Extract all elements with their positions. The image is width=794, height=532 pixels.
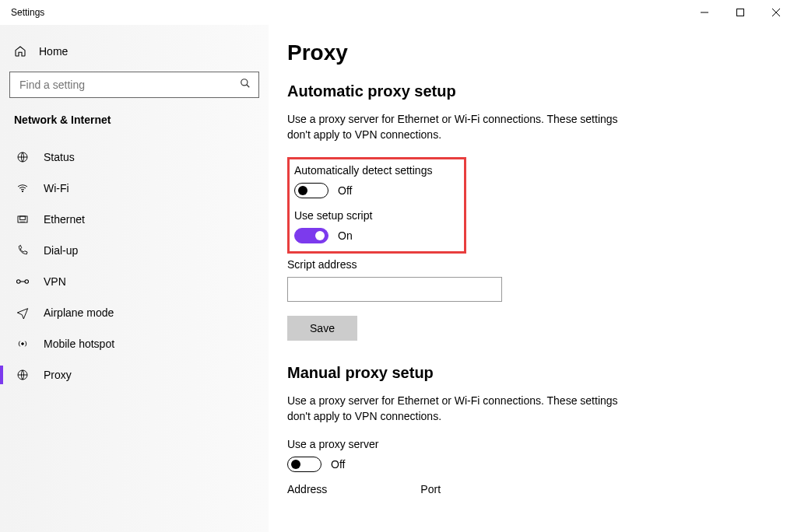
script-toggle[interactable]	[294, 228, 328, 243]
globe-icon	[16, 369, 30, 381]
sidebar-item-dialup[interactable]: Dial-up	[9, 235, 259, 266]
use-proxy-label: Use a proxy server	[287, 438, 794, 450]
auto-desc: Use a proxy server for Ethernet or Wi-Fi…	[287, 111, 622, 143]
sidebar: Home Network & Internet Status Wi-Fi Eth…	[0, 25, 269, 532]
search-icon	[240, 78, 251, 92]
manual-heading: Manual proxy setup	[287, 364, 794, 382]
script-label: Use setup script	[294, 209, 459, 222]
sidebar-item-wifi[interactable]: Wi-Fi	[9, 173, 259, 204]
search-box[interactable]	[9, 72, 259, 98]
sidebar-item-label: Status	[44, 151, 75, 163]
globe-icon	[16, 151, 30, 163]
use-proxy-toggle[interactable]	[287, 457, 321, 472]
svg-point-14	[25, 280, 29, 284]
sidebar-home[interactable]: Home	[9, 39, 259, 64]
wifi-icon	[16, 182, 30, 194]
sidebar-home-label: Home	[39, 45, 68, 58]
hotspot-icon	[16, 338, 30, 350]
sidebar-item-label: Mobile hotspot	[44, 338, 114, 350]
svg-point-7	[22, 191, 23, 191]
close-button[interactable]	[758, 0, 794, 25]
home-icon	[14, 45, 26, 58]
sidebar-item-label: Proxy	[44, 369, 72, 381]
sidebar-item-label: Ethernet	[44, 213, 85, 226]
script-address-label: Script address	[287, 258, 794, 271]
use-proxy-state: Off	[331, 458, 345, 471]
script-state: On	[338, 229, 353, 242]
sidebar-item-label: Wi-Fi	[44, 182, 69, 194]
svg-point-4	[241, 79, 248, 86]
svg-point-13	[17, 280, 21, 284]
script-address-input[interactable]	[287, 277, 502, 302]
sidebar-item-vpn[interactable]: VPN	[9, 266, 259, 297]
port-label: Port	[420, 483, 441, 495]
phone-icon	[16, 244, 30, 257]
detect-label: Automatically detect settings	[294, 164, 459, 177]
sidebar-item-status[interactable]: Status	[9, 142, 259, 173]
airplane-icon	[16, 306, 30, 319]
svg-line-5	[247, 85, 250, 88]
maximize-button[interactable]	[722, 0, 758, 25]
sidebar-section: Network & Internet	[9, 114, 259, 126]
svg-rect-1	[737, 9, 744, 16]
address-label: Address	[287, 483, 327, 495]
sidebar-item-label: Airplane mode	[44, 306, 114, 319]
vpn-icon	[16, 277, 30, 286]
sidebar-item-airplane[interactable]: Airplane mode	[9, 297, 259, 328]
detect-toggle[interactable]	[294, 183, 328, 198]
auto-heading: Automatic proxy setup	[287, 82, 794, 100]
svg-rect-9	[20, 216, 26, 220]
sidebar-item-label: Dial-up	[44, 244, 78, 257]
window-title: Settings	[11, 7, 44, 18]
svg-point-16	[22, 343, 24, 345]
sidebar-item-proxy[interactable]: Proxy	[9, 359, 259, 390]
detect-state: Off	[338, 184, 352, 197]
highlight-box: Automatically detect settings Off Use se…	[287, 157, 466, 254]
ethernet-icon	[16, 213, 30, 226]
save-button[interactable]: Save	[287, 316, 357, 341]
sidebar-item-label: VPN	[44, 275, 66, 288]
page-title: Proxy	[287, 40, 794, 65]
manual-desc: Use a proxy server for Ethernet or Wi-Fi…	[287, 393, 622, 425]
main-panel: Proxy Automatic proxy setup Use a proxy …	[269, 25, 794, 532]
minimize-button[interactable]	[687, 0, 722, 25]
titlebar: Settings	[0, 0, 794, 25]
sidebar-item-ethernet[interactable]: Ethernet	[9, 204, 259, 235]
sidebar-item-hotspot[interactable]: Mobile hotspot	[9, 328, 259, 359]
search-input[interactable]	[18, 78, 227, 92]
